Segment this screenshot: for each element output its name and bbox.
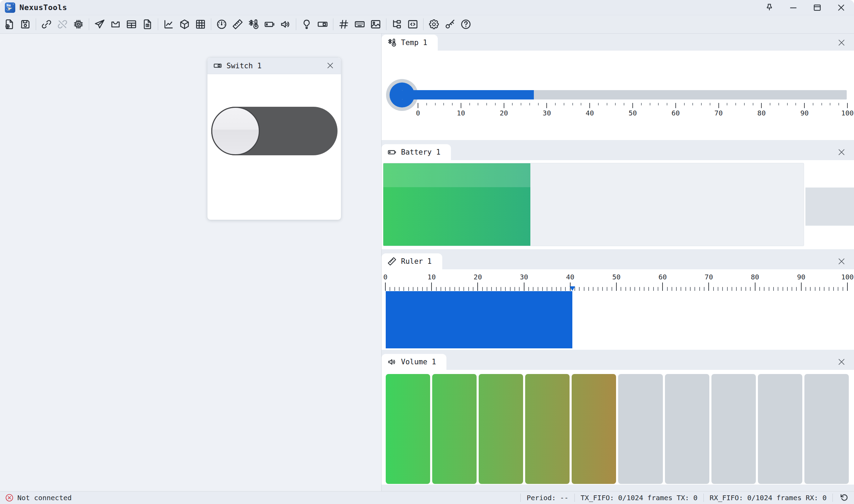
titlebar[interactable]: Ne NexusTools	[0, 0, 854, 15]
scale-tick	[667, 287, 668, 291]
ruler-button[interactable]	[230, 16, 246, 32]
key-button[interactable]	[442, 16, 458, 32]
new-file-button[interactable]	[1, 16, 17, 32]
tab-temp[interactable]: Temp 1	[382, 35, 438, 51]
scale-tick	[770, 103, 770, 105]
scale-tick	[833, 287, 834, 291]
ruler-marker[interactable]	[570, 286, 575, 291]
scale-tick	[450, 287, 450, 291]
help-button[interactable]	[458, 16, 474, 32]
ruler-widget[interactable]: 0102030405060708090100	[382, 269, 854, 350]
tab-label: Ruler 1	[401, 257, 432, 266]
battery-button[interactable]	[262, 16, 277, 32]
keyboard-button[interactable]	[352, 16, 368, 32]
temp-slider-track[interactable]	[402, 90, 847, 99]
scale-tick	[441, 287, 441, 291]
table-button[interactable]	[123, 16, 139, 32]
send-button[interactable]	[92, 16, 108, 32]
temp-close-button[interactable]	[836, 37, 847, 49]
scale-tick	[735, 103, 736, 105]
thermometer-icon	[387, 38, 397, 47]
scale-tick	[579, 287, 580, 291]
workspace-canvas[interactable]: Switch 1	[0, 34, 382, 491]
scale-tick	[708, 283, 709, 291]
tab-battery[interactable]: Battery 1	[382, 144, 451, 160]
ruler-scale-labels: 0102030405060708090100	[385, 273, 847, 281]
maximize-button[interactable]	[811, 1, 824, 14]
switch-window[interactable]: Switch 1	[207, 57, 341, 220]
scale-tick	[385, 283, 386, 291]
line-chart-button[interactable]	[161, 16, 177, 32]
hash-button[interactable]	[336, 16, 352, 32]
volume-segment[interactable]	[525, 374, 570, 484]
thermometer-button[interactable]	[246, 16, 262, 32]
volume-segment[interactable]	[711, 374, 756, 484]
unlink-button[interactable]	[54, 16, 70, 32]
chip-button[interactable]	[70, 16, 86, 32]
scale-tick	[736, 287, 737, 291]
link-button[interactable]	[39, 16, 54, 32]
gauge-button[interactable]	[214, 16, 230, 32]
scale-tick	[675, 103, 676, 108]
scale-tick	[796, 287, 797, 291]
scale-tick	[538, 103, 539, 105]
panel-volume-header: Volume 1	[382, 354, 854, 370]
volume-segment[interactable]	[432, 374, 477, 484]
volume-segment[interactable]	[758, 374, 802, 484]
ruler-close-button[interactable]	[836, 256, 847, 267]
tab-ruler[interactable]: Ruler 1	[382, 253, 442, 269]
switch-toggle-knob[interactable]	[211, 107, 260, 155]
bulb-button[interactable]	[299, 16, 315, 32]
temp-widget[interactable]: 0102030405060708090100	[382, 51, 854, 140]
switch-close-button[interactable]	[325, 61, 335, 71]
binary-file-button[interactable]: 01	[139, 16, 155, 32]
speaker-button[interactable]	[277, 16, 293, 32]
scale-tick	[417, 287, 418, 291]
battery-close-button[interactable]	[836, 147, 847, 158]
toggle-button[interactable]	[315, 16, 331, 32]
temp-slider-fill	[402, 90, 534, 99]
scale-tick	[692, 103, 693, 105]
scale-tick	[454, 287, 455, 291]
tree-button[interactable]	[389, 16, 405, 32]
scale-tick	[630, 287, 631, 291]
volume-close-button[interactable]	[836, 357, 847, 368]
volume-segment[interactable]	[386, 374, 430, 484]
scale-tick	[755, 283, 755, 291]
scale-tick	[847, 283, 848, 291]
svg-text:01: 01	[146, 24, 149, 27]
grid-button[interactable]	[193, 16, 208, 32]
close-window-button[interactable]	[835, 1, 848, 14]
volume-segment[interactable]	[804, 374, 849, 484]
scale-tick	[838, 287, 838, 291]
scale-label: 10	[457, 109, 465, 117]
volume-segment[interactable]	[665, 374, 709, 484]
volume-segment[interactable]	[479, 374, 523, 484]
switch-toggle[interactable]	[211, 107, 338, 155]
scale-tick	[722, 287, 723, 291]
volume-segment[interactable]	[572, 374, 616, 484]
scale-tick	[710, 103, 710, 105]
scale-tick	[792, 287, 792, 291]
minimize-button[interactable]	[787, 1, 800, 14]
ruler-scale-ticks	[385, 282, 847, 291]
statusbar-divider	[703, 494, 704, 502]
cube-button[interactable]	[177, 16, 193, 32]
pin-button[interactable]	[763, 1, 776, 14]
tab-volume[interactable]: Volume 1	[382, 354, 446, 370]
inbox-button[interactable]	[108, 16, 123, 32]
scale-tick	[422, 287, 423, 291]
scale-tick	[813, 103, 813, 105]
scale-label: 30	[520, 273, 528, 281]
panel-temp-header: Temp 1	[382, 35, 854, 51]
scale-tick	[690, 287, 691, 291]
code-button[interactable]	[405, 16, 421, 32]
image-button[interactable]	[368, 16, 384, 32]
scale-tick	[529, 103, 530, 105]
switch-window-header[interactable]: Switch 1	[207, 58, 341, 74]
volume-segment[interactable]	[618, 374, 663, 484]
reset-counters-button[interactable]	[839, 493, 849, 503]
volume-widget[interactable]	[382, 370, 854, 485]
settings-button[interactable]	[426, 16, 442, 32]
save-button[interactable]	[17, 16, 33, 32]
